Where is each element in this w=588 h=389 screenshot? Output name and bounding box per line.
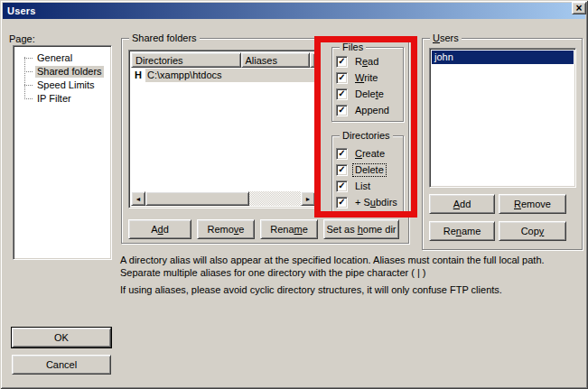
tree-item-label: Speed Limits	[35, 79, 97, 91]
write-checkbox[interactable]: ✓	[336, 72, 348, 84]
directories-permissions-group: Directories ✓ Create ✓ Delete ✓ List ✓ +…	[331, 135, 404, 214]
tree-item-label: General	[35, 52, 74, 64]
directory-path: C:\xampp\htdocs	[145, 69, 315, 82]
users-dialog: Users × Page: General Shared folders Spe…	[0, 0, 588, 389]
window-title: Users	[7, 5, 36, 16]
user-item-john[interactable]: john	[432, 51, 574, 64]
button-label: Rename	[443, 226, 481, 236]
add-directory-button[interactable]: Add	[128, 219, 191, 239]
checkmark-icon: ✓	[338, 198, 345, 207]
button-label: OK	[54, 332, 69, 343]
checkbox-row-read[interactable]: ✓ Read	[336, 55, 380, 69]
home-flag: H	[131, 69, 145, 80]
shared-folders-list-body: Directories Aliases H C:\xampp\htdocs	[131, 52, 315, 206]
read-checkbox[interactable]: ✓	[336, 56, 348, 68]
write-checkbox-label: Write	[353, 72, 379, 84]
scroll-right-icon: ►	[305, 196, 312, 202]
append-checkbox[interactable]: ✓	[336, 105, 348, 116]
ok-button[interactable]: OK	[12, 328, 111, 347]
tree-item-ip-filter[interactable]: IP Filter	[15, 92, 109, 106]
alias-info-paragraph-1: A directory alias will also appear at th…	[120, 254, 583, 279]
create-checkbox[interactable]: ✓	[336, 148, 348, 160]
button-label: Add	[453, 199, 471, 209]
rename-directory-button[interactable]: Rename	[260, 219, 318, 239]
page-tree: General Shared folders Speed Limits IP F…	[13, 45, 112, 260]
column-header-aliases[interactable]: Aliases	[241, 52, 310, 68]
create-checkbox-label: Create	[353, 148, 387, 160]
column-header-label: Aliases	[246, 55, 277, 66]
delete-dir-checkbox-label: Delete	[353, 164, 386, 176]
alias-info-paragraph-2: If using aliases, please avoid cyclic di…	[120, 283, 583, 296]
files-group-label: Files	[340, 42, 366, 53]
list-checkbox-label: List	[353, 181, 372, 192]
users-group-label: Users	[430, 32, 462, 44]
add-user-button[interactable]: Add	[429, 194, 495, 214]
button-label: Add	[151, 224, 169, 235]
checkmark-icon: ✓	[338, 89, 345, 98]
close-icon: ×	[575, 3, 582, 14]
append-checkbox-label: Append	[353, 105, 391, 116]
button-label: Set as home dir	[326, 224, 396, 235]
button-label: Rename	[270, 224, 308, 235]
directory-row[interactable]: H C:\xampp\htdocs	[131, 68, 315, 82]
button-label: Cancel	[46, 359, 77, 370]
column-header-directories[interactable]: Directories	[131, 52, 241, 68]
scrollbar-track[interactable]	[145, 191, 301, 206]
button-label: Remove	[514, 199, 551, 209]
remove-directory-button[interactable]: Remove	[197, 219, 255, 239]
list-header-row: Directories Aliases	[131, 52, 315, 68]
checkmark-icon: ✓	[338, 73, 345, 82]
read-checkbox-label: Read	[353, 56, 380, 68]
cancel-button[interactable]: Cancel	[12, 355, 111, 375]
scroll-left-button[interactable]: ◄	[131, 191, 145, 206]
subdirs-checkbox-label: + Subdirs	[353, 197, 399, 208]
delete-file-checkbox[interactable]: ✓	[336, 88, 348, 100]
checkmark-icon: ✓	[338, 106, 345, 115]
shared-folders-group-label: Shared folders	[129, 32, 200, 44]
directories-group-label: Directories	[340, 130, 393, 142]
checkmark-icon: ✓	[338, 181, 345, 190]
users-list: john	[429, 48, 576, 188]
remove-user-button[interactable]: Remove	[499, 194, 566, 214]
checkbox-row-create[interactable]: ✓ Create	[336, 147, 387, 161]
shared-folders-list: Directories Aliases H C:\xampp\htdocs ◄ …	[128, 50, 318, 208]
column-header-filler	[310, 52, 315, 68]
tree-item-label: IP Filter	[35, 93, 73, 105]
delete-dir-checkbox[interactable]: ✓	[336, 164, 348, 176]
alias-info-text: A directory alias will also appear at th…	[120, 254, 583, 296]
tree-item-speed-limits[interactable]: Speed Limits	[15, 79, 109, 92]
checkbox-row-delete-file[interactable]: ✓ Delete	[336, 88, 386, 101]
copy-user-button[interactable]: Copy	[499, 221, 566, 241]
rename-user-button[interactable]: Rename	[429, 221, 495, 241]
title-bar[interactable]: Users	[3, 3, 585, 19]
close-button[interactable]: ×	[572, 2, 586, 14]
checkbox-row-write[interactable]: ✓ Write	[336, 71, 379, 85]
checkbox-row-subdirs[interactable]: ✓ + Subdirs	[336, 196, 399, 209]
checkmark-icon: ✓	[338, 165, 345, 174]
subdirs-checkbox[interactable]: ✓	[336, 197, 348, 208]
checkbox-row-delete-dir[interactable]: ✓ Delete	[336, 163, 386, 177]
checkmark-icon: ✓	[338, 57, 345, 66]
page-tree-list: General Shared folders Speed Limits IP F…	[15, 48, 109, 257]
column-header-label: Directories	[135, 55, 183, 66]
button-label: Remove	[208, 224, 245, 235]
tree-item-label: Shared folders	[35, 66, 104, 78]
set-as-home-dir-button[interactable]: Set as home dir	[323, 219, 399, 239]
tree-item-shared-folders[interactable]: Shared folders	[15, 65, 109, 79]
list-checkbox[interactable]: ✓	[336, 181, 348, 192]
scroll-right-button[interactable]: ►	[301, 191, 315, 206]
tree-item-general[interactable]: General	[15, 51, 109, 65]
checkmark-icon: ✓	[338, 149, 345, 158]
checkbox-row-append[interactable]: ✓ Append	[336, 104, 391, 117]
horizontal-scrollbar[interactable]: ◄ ►	[131, 191, 315, 206]
page-label: Page:	[9, 33, 35, 44]
delete-file-checkbox-label: Delete	[353, 88, 386, 100]
scroll-left-icon: ◄	[135, 196, 142, 202]
button-label: Copy	[521, 226, 545, 236]
users-list-body: john	[432, 51, 574, 185]
files-permissions-group: Files ✓ Read ✓ Write ✓ Delete ✓ Append	[331, 47, 404, 122]
checkbox-row-list[interactable]: ✓ List	[336, 180, 372, 193]
scrollbar-thumb[interactable]	[145, 191, 249, 206]
